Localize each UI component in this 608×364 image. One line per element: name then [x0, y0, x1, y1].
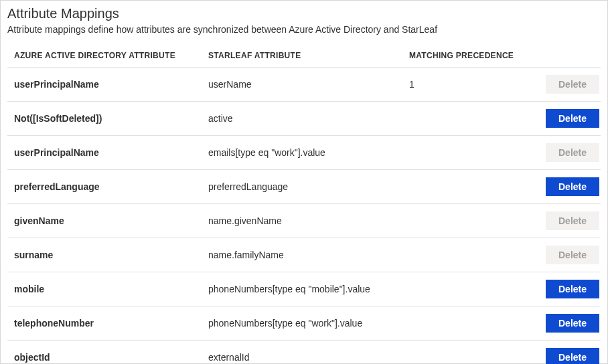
table-row[interactable]: objectIdexternalIdDelete [7, 341, 601, 364]
table-row[interactable]: telephoneNumberphoneNumbers[type eq "wor… [7, 306, 601, 341]
cell-action: Delete [543, 211, 601, 230]
cell-action: Delete [543, 280, 601, 298]
delete-button: Delete [546, 211, 599, 230]
table-row[interactable]: Not([IsSoftDeleted])activeDelete [7, 102, 601, 136]
delete-button[interactable]: Delete [546, 177, 599, 196]
cell-matching-precedence: 1 [409, 79, 543, 90]
header-action [543, 51, 601, 60]
cell-aad-attribute: userPrincipalName [14, 147, 208, 158]
delete-button[interactable]: Delete [546, 348, 599, 364]
table-header-row: AZURE ACTIVE DIRECTORY ATTRIBUTE STARLEA… [7, 44, 601, 68]
cell-starleaf-attribute: emails[type eq "work"].value [208, 147, 409, 158]
cell-action: Delete [543, 109, 601, 128]
cell-starleaf-attribute: preferredLanguage [208, 181, 409, 192]
cell-aad-attribute: preferredLanguage [14, 181, 208, 192]
cell-starleaf-attribute: phoneNumbers[type eq "mobile"].value [208, 284, 409, 294]
cell-action: Delete [543, 348, 601, 364]
cell-action: Delete [543, 314, 601, 333]
table-row[interactable]: givenNamename.givenNameDelete [7, 204, 601, 238]
cell-starleaf-attribute: name.givenName [208, 215, 409, 226]
cell-aad-attribute: objectId [14, 352, 208, 363]
delete-button: Delete [546, 246, 599, 264]
delete-button: Delete [546, 143, 599, 162]
cell-action: Delete [543, 177, 601, 196]
page-subtitle: Attribute mappings define how attributes… [7, 24, 601, 35]
cell-starleaf-attribute: name.familyName [208, 250, 409, 260]
header-matching: MATCHING PRECEDENCE [409, 51, 543, 60]
table-row[interactable]: mobilephoneNumbers[type eq "mobile"].val… [7, 272, 601, 306]
cell-action: Delete [543, 143, 601, 162]
table-row[interactable]: userPrincipalNameuserName1Delete [7, 68, 601, 102]
header-aad: AZURE ACTIVE DIRECTORY ATTRIBUTE [14, 51, 208, 60]
cell-action: Delete [543, 75, 601, 94]
cell-starleaf-attribute: active [208, 113, 409, 124]
cell-aad-attribute: Not([IsSoftDeleted]) [14, 113, 208, 124]
header-starleaf: STARLEAF ATTRIBUTE [208, 51, 409, 60]
table-row[interactable]: preferredLanguagepreferredLanguageDelete [7, 170, 601, 204]
cell-starleaf-attribute: userName [208, 79, 409, 90]
cell-aad-attribute: givenName [14, 215, 208, 226]
table-row[interactable]: surnamename.familyNameDelete [7, 238, 601, 272]
cell-aad-attribute: telephoneNumber [14, 318, 208, 329]
delete-button[interactable]: Delete [546, 280, 599, 298]
cell-starleaf-attribute: phoneNumbers[type eq "work"].value [208, 318, 409, 329]
attribute-mappings-panel: Attribute Mappings Attribute mappings de… [0, 0, 608, 364]
cell-starleaf-attribute: externalId [208, 352, 409, 363]
page-title: Attribute Mappings [7, 6, 601, 21]
delete-button[interactable]: Delete [546, 314, 599, 333]
table-row[interactable]: userPrincipalNameemails[type eq "work"].… [7, 136, 601, 170]
delete-button: Delete [546, 75, 599, 94]
cell-aad-attribute: mobile [14, 284, 208, 294]
mappings-table: AZURE ACTIVE DIRECTORY ATTRIBUTE STARLEA… [7, 44, 601, 364]
cell-action: Delete [543, 246, 601, 264]
cell-aad-attribute: surname [14, 250, 208, 260]
cell-aad-attribute: userPrincipalName [14, 79, 208, 90]
delete-button[interactable]: Delete [546, 109, 599, 128]
